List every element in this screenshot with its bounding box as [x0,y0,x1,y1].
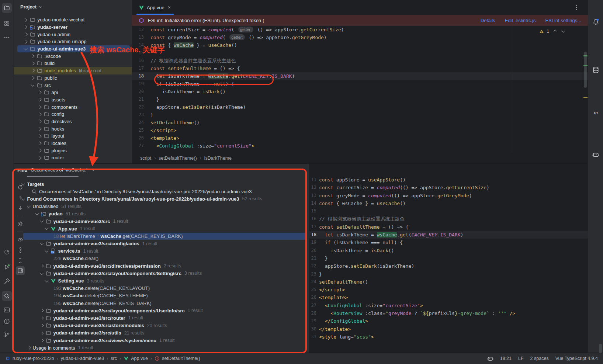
project-tree-row[interactable]: yudao-ui-admin [14,31,132,38]
chevron-right-icon[interactable] [38,105,41,108]
find-result-row[interactable]: 194 wsCache.delete(CACHE_KEY.THEME) [14,292,309,299]
find-result-row[interactable]: Occurrences of 'wsCache.' in Directory /… [14,188,309,195]
status-widget[interactable]: Vue TypeScript 4.9.4 [555,356,598,361]
chevron-right-icon[interactable] [38,120,41,123]
chevron-right-icon[interactable] [31,55,34,58]
chevron-right-icon[interactable] [40,331,44,334]
line-number[interactable]: 16 [132,57,144,65]
chevron-down-icon[interactable] [40,219,44,222]
code-line-24[interactable]: 24setDefaultTheme() [132,119,588,126]
banner-link-eslint-settings[interactable]: ESLint settings... [545,18,581,23]
find-result-row[interactable]: 18 let isDarkTheme = wsCache.get(CACHE_K… [14,232,309,240]
project-tree-row[interactable]: node_moduleslibrary root [14,67,132,74]
line-number[interactable]: 18 [309,231,316,239]
chevron-down-icon[interactable] [24,46,27,50]
chevron-down-icon[interactable] [27,204,31,208]
code-line-20[interactable]: 20 isDarkTheme = isDark() [132,88,588,96]
code-line-21[interactable]: 21 } [309,254,588,262]
previous-issue-icon[interactable] [554,30,557,33]
code-line-30[interactable]: 30</template> [309,325,588,333]
code-line-11[interactable]: 11const appStore = useAppStore() [309,176,588,184]
code-line-15[interactable]: 15 [309,207,588,215]
line-number[interactable]: 24 [132,119,144,126]
chevron-right-icon[interactable] [38,156,41,159]
chevron-right-icon[interactable] [38,142,41,145]
inspections-widget[interactable]: 1 [539,29,564,34]
code-line-17[interactable]: 17const setDefaultTheme = () => { [132,65,588,72]
chevron-right-icon[interactable] [38,134,41,138]
find-preview-editor[interactable]: 11const appStore = useAppStore()12const … [309,163,588,353]
line-number[interactable]: 20 [309,247,316,254]
line-number[interactable]: 20 [132,88,144,96]
code-line-22[interactable]: 22 appStore.setIsDark(isDarkTheme) [132,103,588,111]
find-result-row[interactable]: yudao-ui-admin-vue3/src1 result [14,218,309,225]
code-line-19[interactable]: 19 if (isDarkTheme === null) { [309,239,588,246]
find-result-row[interactable]: TSservice.ts1 result [14,247,309,255]
line-number[interactable]: 11 [309,176,316,184]
project-tree-row[interactable]: build [14,60,132,67]
stripe-terminal-button[interactable] [2,305,12,315]
stripe-ai-assistant-button[interactable] [591,150,601,160]
stripe-project-button[interactable] [2,3,12,13]
chevron-right-icon[interactable] [40,339,44,342]
banner-link-details[interactable]: Details [481,18,495,23]
code-line-16[interactable]: 16// 根据浏览器当前主题设置系统主题色 [132,57,588,65]
ai-assistant-status-icon[interactable] [487,356,493,362]
code-line-17[interactable]: 17const setDefaultTheme = () => { [309,223,588,231]
chevron-down-icon[interactable] [45,278,48,282]
project-tree-row[interactable]: directives [14,118,132,125]
project-tree-row[interactable]: yudao-ui-admin-uniapp [14,38,132,45]
code-line-14[interactable]: 14const { wsCache } = useCache() [309,200,588,207]
stripe-build-button[interactable] [2,276,12,286]
stripe-problems-button[interactable] [2,316,12,326]
chevron-right-icon[interactable] [38,91,41,94]
code-line-26[interactable]: 26<template> [132,134,588,142]
chevron-right-icon[interactable] [31,69,34,72]
breadcrumb-item[interactable]: isDarkTheme [204,156,232,161]
project-tree-row[interactable]: api [14,89,132,96]
project-tree-row[interactable]: plugins [14,147,132,154]
line-number[interactable]: 22 [309,262,316,270]
chevron-right-icon[interactable] [24,33,27,36]
line-number[interactable]: 30 [309,325,316,333]
find-result-row[interactable]: 229 wsCache.clear() [14,255,309,262]
line-number[interactable]: 19 [309,239,316,246]
status-widget[interactable]: 18:21 [500,356,512,361]
project-tree-row[interactable]: hooks [14,125,132,132]
project-tree-row[interactable]: layout [14,132,132,140]
line-number[interactable]: 25 [132,126,144,134]
code-line-22[interactable]: 22 appStore.setIsDark(isDarkTheme) [309,262,588,270]
status-breadcrumb-item[interactable]: App.vue [124,356,148,361]
line-number[interactable]: 23 [132,111,144,119]
project-tree-row[interactable]: assets [14,96,132,104]
line-number[interactable]: 24 [309,278,316,286]
line-number[interactable]: 29 [309,317,316,325]
find-result-row[interactable]: yudao-ui-admin-vue3/src/layout/component… [14,270,309,277]
editor-code-area[interactable]: 12const currentSize = computed( getter: … [132,26,588,153]
code-line-16[interactable]: 16// 根据浏览器当前主题设置系统主题色 [309,215,588,223]
line-number[interactable]: 28 [309,309,316,317]
find-result-row[interactable]: yudao-ui-admin-vue3/src/layout/component… [14,307,309,314]
chevron-right-icon[interactable] [40,264,44,268]
code-line-14[interactable]: 14const { wsCache } = useCache() [132,41,588,49]
line-number[interactable]: 23 [309,270,316,278]
status-breadcrumb-item[interactable]: ruoyi-vue-pro-2022b [5,356,54,361]
chevron-down-icon[interactable] [40,241,44,245]
stripe-find-button[interactable] [2,291,12,301]
code-line-18[interactable]: 18 let isDarkTheme = wsCache.get(CACHE_K… [309,231,588,239]
close-tab-icon[interactable] [167,5,171,10]
line-number[interactable]: 18 [132,72,144,80]
code-line-25[interactable]: 25</script> [309,286,588,294]
breadcrumb-item[interactable]: setDefaultTheme() [159,156,197,161]
window-scrollbar[interactable] [599,344,602,353]
find-result-row[interactable]: Unclassified51 results [14,203,309,210]
project-tree-row[interactable]: yudao-ui-admin-vue3 [14,45,132,53]
code-line-25[interactable]: 25</script> [132,126,588,134]
code-line-27[interactable]: 27 <ConfigGlobal :size="currentSize"> [132,142,588,150]
line-number[interactable]: 26 [132,134,144,142]
stripe-notifications-button[interactable] [591,17,601,27]
status-breadcrumb-item[interactable]: fsetDefaultTheme() [155,356,200,361]
line-number[interactable]: 12 [309,184,316,191]
stripe-profiler-button[interactable] [2,247,12,257]
line-number[interactable]: 14 [132,41,144,49]
